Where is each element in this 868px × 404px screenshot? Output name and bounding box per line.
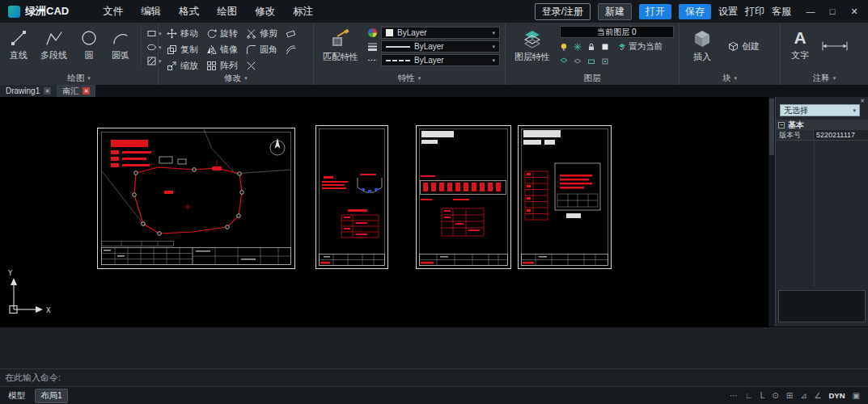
otrack-toggle-icon[interactable]: ⊿ [800, 391, 807, 400]
layers-panel-label[interactable]: 图层 [506, 73, 679, 84]
color-dropdown-caret-icon[interactable]: ▾ [492, 30, 495, 36]
ucs-icon: Y X [8, 269, 51, 314]
menu-file[interactable]: 文件 [103, 5, 123, 19]
current-layer-field[interactable]: 当前图层 0 [560, 26, 674, 38]
dyn-toggle[interactable]: DYN [828, 391, 845, 400]
layer-color-chip-icon[interactable] [601, 43, 609, 51]
layer-on-bulb-icon[interactable] [560, 43, 568, 51]
osnap-toggle-icon[interactable]: ⊞ [786, 391, 793, 400]
draw-panel-caret-icon[interactable]: ▾ [87, 75, 91, 82]
modify-panel-caret-icon[interactable]: ▾ [244, 75, 248, 82]
tool-text[interactable]: A 文字 [789, 24, 811, 61]
erase-icon[interactable] [286, 28, 296, 39]
color-control: ByLayer ▾ [367, 27, 500, 39]
tool-layer-properties[interactable]: 图层特性 [512, 24, 553, 67]
menu-modify[interactable]: 修改 [255, 5, 275, 19]
offset-icon[interactable] [286, 44, 296, 55]
layer-off-icon[interactable] [574, 57, 582, 65]
explode-icon[interactable] [246, 61, 256, 71]
tab-nanhui[interactable]: 南汇 ✕ [57, 85, 95, 97]
set-current-layer-button[interactable]: 置为当前 [618, 41, 663, 53]
tool-polyline[interactable]: 多段线 [38, 24, 70, 66]
properties-panel-label[interactable]: 特性 ▾ [314, 73, 505, 84]
application-window: 绿洲CAD 文件 编辑 格式 绘图 修改 标注 登录/注册 新建 打开 保存 设… [0, 0, 868, 404]
ortho-toggle-icon[interactable]: L [760, 391, 765, 400]
color-dropdown[interactable]: ByLayer ▾ [381, 27, 500, 39]
tool-move[interactable]: 移动 [167, 27, 198, 40]
lineweight-dropdown[interactable]: ByLayer ▾ [381, 40, 500, 53]
layer-lock-icon[interactable] [587, 43, 595, 51]
menu-dimension[interactable]: 标注 [293, 5, 313, 19]
menu-edit[interactable]: 编辑 [141, 5, 161, 19]
clean-screen-icon[interactable]: ▣ [853, 391, 860, 400]
titlebar-actions: 登录/注册 新建 打开 保存 设置 打印 客服 — □ ✕ [535, 3, 860, 20]
collapse-group-icon[interactable]: − [778, 122, 785, 128]
tool-match-properties[interactable]: 匹配特性 [320, 24, 361, 66]
support-button[interactable]: 客服 [772, 5, 791, 19]
lineweight-dropdown-caret-icon[interactable]: ▾ [492, 44, 495, 50]
new-file-button[interactable]: 新建 [598, 3, 632, 20]
menu-format[interactable]: 格式 [179, 5, 199, 19]
lineweight-toggle-icon[interactable]: ∠ [815, 391, 822, 400]
tool-circle[interactable]: 圆 [77, 24, 101, 66]
command-history[interactable] [0, 327, 868, 368]
properties-group-basic[interactable]: − 基本 [776, 120, 868, 130]
ribbon-panel-modify: 移动 旋转 修剪 复制 [159, 23, 314, 85]
lineweight-control: ByLayer ▾ [367, 40, 500, 53]
open-file-button[interactable]: 打开 [639, 4, 671, 19]
layer-freeze-icon[interactable] [574, 43, 582, 51]
annotation-panel-label[interactable]: 注释 ▾ [781, 73, 868, 84]
canvas-scrollbar-thumb[interactable] [769, 99, 774, 155]
close-icon[interactable]: ✕ [849, 6, 860, 17]
properties-panel-close-icon[interactable]: ✕ [860, 98, 865, 104]
tool-create-block[interactable]: 创建 [728, 40, 760, 53]
tool-line[interactable]: 直线 [6, 24, 31, 66]
modify-panel-label[interactable]: 修改 ▾ [159, 73, 313, 84]
tool-scale[interactable]: 缩放 [167, 60, 198, 72]
polar-toggle-icon[interactable]: ⊙ [772, 391, 778, 400]
login-register-button[interactable]: 登录/注册 [535, 3, 591, 20]
tab-drawing1-close-icon[interactable]: ✕ [44, 87, 51, 95]
tool-mirror[interactable]: 镜像 [206, 44, 238, 56]
model-tab[interactable]: 模型 [8, 390, 25, 402]
snap-toggle-icon[interactable]: ∟ [745, 391, 753, 400]
linetype-dropdown-caret-icon[interactable]: ▾ [492, 57, 495, 64]
tab-nanhui-close-icon[interactable]: ✕ [83, 87, 90, 95]
settings-button[interactable]: 设置 [718, 5, 738, 19]
drawing-canvas[interactable]: Y X [0, 97, 768, 326]
annotation-panel-caret-icon[interactable]: ▾ [833, 75, 836, 82]
tab-drawing1[interactable]: Drawing1 ✕ [0, 85, 57, 97]
selection-dropdown[interactable]: 无选择 ▾ [780, 104, 860, 116]
layer-walk-icon[interactable] [601, 57, 609, 65]
menu-draw[interactable]: 绘图 [217, 5, 237, 19]
print-button[interactable]: 打印 [745, 5, 764, 19]
canvas-scrollbar[interactable] [768, 97, 775, 326]
tool-insert-block[interactable]: 插入 [689, 24, 715, 63]
layer-match-icon[interactable] [587, 57, 595, 65]
tool-rotate[interactable]: 旋转 [206, 27, 238, 40]
maximize-icon[interactable]: □ [827, 6, 838, 17]
draw-panel-label[interactable]: 绘图 ▾ [0, 73, 158, 84]
tool-fillet[interactable]: 圆角 [246, 44, 277, 56]
grid-toggle-icon[interactable]: ⋯ [730, 391, 738, 400]
dimension-icon[interactable] [821, 40, 849, 52]
selection-dropdown-caret-icon[interactable]: ▾ [853, 107, 856, 114]
block-panel-caret-icon[interactable]: ▾ [734, 75, 737, 82]
minimize-icon[interactable]: — [805, 6, 816, 17]
layer-isolate-icon[interactable] [560, 57, 568, 65]
command-input-line[interactable]: 在此输入命令: [0, 368, 868, 386]
properties-panel-caret-icon[interactable]: ▾ [418, 75, 421, 82]
drawing-sheet-2 [316, 126, 388, 269]
save-file-button[interactable]: 保存 [679, 4, 711, 19]
linetype-dropdown[interactable]: ByLayer ▾ [381, 54, 500, 66]
block-panel-label[interactable]: 块 ▾ [680, 73, 780, 84]
tool-copy[interactable]: 复制 [167, 44, 198, 56]
property-value[interactable]: 5220211117 [814, 130, 868, 140]
array-icon [206, 61, 217, 71]
drawing-canvas-svg: Y X [0, 97, 768, 326]
layer-tools-row [560, 55, 674, 67]
tool-arc[interactable]: 圆弧 [108, 24, 133, 66]
tool-array[interactable]: 阵列 [206, 60, 238, 72]
layout1-tab[interactable]: 布局1 [35, 389, 68, 403]
tool-trim[interactable]: 修剪 [246, 27, 277, 40]
